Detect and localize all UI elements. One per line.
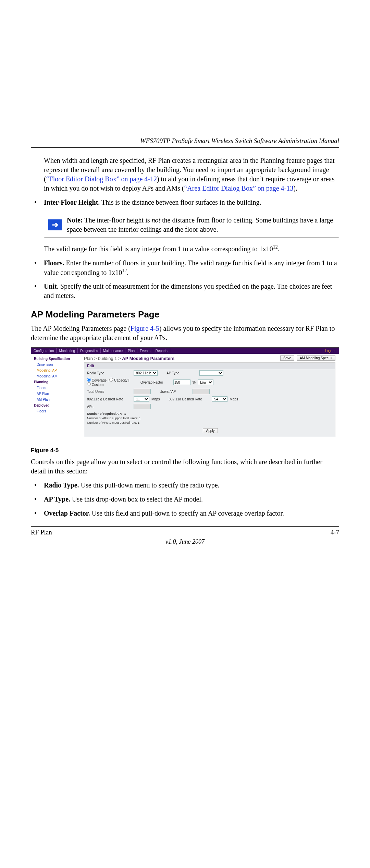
radio-type-bold: Radio Type. [44,481,79,489]
select-overlap[interactable]: Low [198,379,213,385]
edit-panel-header: Edit [84,363,335,369]
note-box: ➔ Note: The inter-floor height is not th… [44,212,339,238]
sidebar-item-floors[interactable]: Floors [34,385,80,391]
floors-sup: 12 [122,268,127,273]
input-aps [134,404,151,409]
inter-floor-text: This is the distance between floor surfa… [100,198,261,206]
required-aps-block: Number of required APs: 1 Number of APs … [84,410,335,426]
label-overlap: Overlap Factor [140,381,171,384]
section-paragraph: The AP Modeling Parameters page (Figure … [31,324,339,342]
required-line1: Number of APs to support total users: 1 [87,417,141,420]
intro-text-c: ). [293,184,297,192]
tab-diagnostics[interactable]: Diagnostics [78,348,101,353]
valid-range-a: The valid range for this field is any in… [44,245,273,253]
figure-screenshot: Configuration Monitoring Diagnostics Mai… [31,347,339,442]
valid-range-b: . [278,245,280,253]
required-head: Number of required APs: 1 [87,412,126,415]
breadcrumb-path: Plan > building 1 > [84,356,122,361]
tab-maintenance[interactable]: Maintenance [101,348,125,353]
sidebar: Building Specification Dimension Modelin… [31,354,83,442]
label-rate-a: 802.11a Desired Rate [169,397,210,401]
sidebar-item-dimension[interactable]: Dimension [34,362,80,367]
am-modeling-spec-button[interactable]: AM Modeling Spec. » [297,355,335,361]
section-heading: AP Modeling Parameters Page [31,309,339,320]
radio-custom[interactable] [87,382,91,386]
figure-label: Figure 4-5 [31,447,339,454]
radio-group: Coverage | Capacity | Custom [87,378,132,387]
note-a: The inter-floor height is [83,216,152,224]
bullet-floors: Floors. Enter the number of floors in yo… [31,258,339,277]
input-users-per-ap [193,389,210,394]
unit-bold: Unit [44,282,57,290]
edit-panel: Edit Radio Type 802.11a|b|g AP Type Cove… [84,362,335,437]
bullet-overlap-factor: Overlap Factor. Use this field and pull-… [31,509,339,518]
sidebar-head-planning: Planning [34,379,80,385]
overlap-bold: Overlap Factor. [44,509,90,517]
note-ital: not [152,216,161,224]
sidebar-item-ap-plan[interactable]: AP Plan [34,391,80,397]
tab-plan[interactable]: Plan [125,348,137,353]
floors-bold: Floors. [44,259,64,267]
section-para-a: The AP Modeling Parameters page ( [31,325,131,332]
inter-floor-bold: Inter-Floor Height. [44,198,100,206]
breadcrumb-current: AP Modeling Parameters [122,356,174,361]
label-total-users: Total Users [87,390,132,394]
select-radio-type[interactable]: 802.11a|b|g [134,370,158,376]
label-percent: % [193,381,196,384]
radio-type-text: Use this pull-down menu to specify the r… [79,481,220,489]
link-area-editor[interactable]: “Area Editor Dialog Box” on page 4-13 [184,184,293,192]
footer-rule: RF Plan 4-7 [31,526,339,536]
tab-monitoring[interactable]: Monitoring [57,348,78,353]
radio-capacity[interactable] [109,378,113,382]
valid-range-sup: 12 [273,244,278,250]
bullet-inter-floor: Inter-Floor Height. This is the distance… [31,198,339,207]
link-floor-editor[interactable]: “Floor Editor Dialog Box” on page 4-12 [46,175,157,183]
save-button[interactable]: Save [280,355,294,361]
bullet-radio-type: Radio Type. Use this pull-down menu to s… [31,481,339,490]
label-aps: APs [87,405,132,409]
note-bold: Note: [67,216,83,224]
label-custom: Custom [92,383,103,387]
sidebar-item-modeling-ap[interactable]: Modeling: AP [34,367,80,373]
label-users-per-ap: Users / AP [160,390,190,394]
label-mbps-bg: Mbps [151,397,160,401]
after-figure-paragraph: Controls on this page allow you to selec… [31,457,339,476]
input-total-users [134,389,151,394]
ap-type-text: Use this drop-down box to select the AP … [70,495,203,503]
radio-coverage[interactable] [87,378,91,382]
select-ap-type[interactable] [199,370,223,376]
valid-range-text: The valid range for this field is any in… [44,244,339,254]
tab-events[interactable]: Events [137,348,153,353]
bullet-ap-type: AP Type. Use this drop-down box to selec… [31,495,339,504]
ap-type-bold: AP Type. [44,495,70,503]
select-rate-bg[interactable]: 11 [134,396,149,402]
logout-link[interactable]: Logout [325,349,339,353]
footer-version: v1.0, June 2007 [31,538,339,545]
tab-reports[interactable]: Reports [153,348,170,353]
note-text: Note: The inter-floor height is not the … [67,216,335,234]
sidebar-item-modeling-am[interactable]: Modeling: AM [34,373,80,379]
label-coverage: Coverage | [92,378,109,382]
apply-button[interactable]: Apply [203,428,218,433]
unit-text: . Specify the unit of measurement for th… [44,282,332,299]
link-figure-4-5[interactable]: Figure 4-5 [131,325,159,332]
overlap-text: Use this field and pull-down to specify … [90,509,284,517]
tab-configuration[interactable]: Configuration [31,348,57,353]
input-overlap-factor[interactable] [173,379,190,385]
floors-b: . [127,268,128,276]
label-radio-type: Radio Type [87,371,132,375]
footer-left: RF Plan [31,529,52,536]
note-arrow-icon: ➔ [48,219,62,230]
floors-a: Enter the number of floors in your build… [44,259,337,276]
label-mbps-a: Mbps [230,397,238,401]
select-rate-a[interactable]: 54 [212,396,227,402]
document-header: WFS709TP ProSafe Smart Wireless Switch S… [31,137,339,148]
sidebar-item-am-plan[interactable]: AM Plan [34,397,80,402]
sidebar-item-floors-deployed[interactable]: Floors [34,408,80,414]
required-line2: Number of APs to meet desired rate: 1 [87,421,139,424]
tab-bar: Configuration Monitoring Diagnostics Mai… [31,348,339,354]
footer-right: 4-7 [331,529,339,536]
sidebar-head-deployed: Deployed [34,402,80,408]
label-rate-bg: 802.11b|g Desired Rate [87,397,132,401]
intro-paragraph: When width and length are specified, RF … [44,156,339,193]
